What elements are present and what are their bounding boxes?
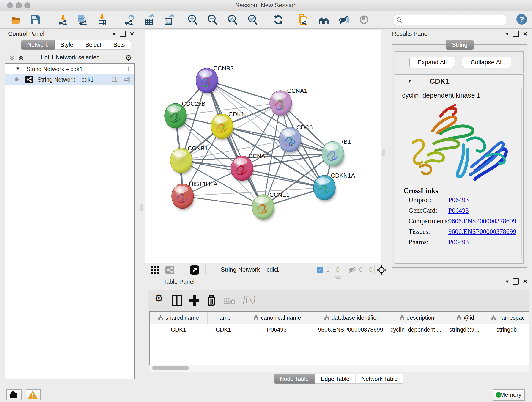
network-row[interactable]: String Network – cdk1 11 48 (6, 74, 134, 85)
crosslink-link[interactable]: 9606.ENSP00000378699 (448, 228, 516, 235)
network-node-cdc25b[interactable]: CDC25B (165, 100, 206, 130)
search-input[interactable] (394, 15, 506, 25)
table-settings-gear-icon[interactable]: ⚙ (154, 292, 163, 304)
zoom-in-icon[interactable] (187, 14, 198, 26)
crosslink-link[interactable]: P06493 (448, 207, 469, 214)
memory-button[interactable]: Memory (493, 389, 525, 401)
import-network-database-icon[interactable] (76, 14, 88, 26)
cloud-button[interactable] (6, 389, 22, 400)
toolbar-separator (268, 13, 268, 26)
column-header-label: shared name (165, 314, 199, 321)
import-network-file-icon[interactable] (57, 14, 68, 26)
panel-close-icon[interactable]: ✕ (523, 279, 527, 284)
network-edge[interactable] (207, 80, 263, 207)
tab-edge-table[interactable]: Edge Table (315, 374, 355, 384)
network-node-ccna1[interactable]: CCNA1 (270, 87, 307, 117)
help-button[interactable]: ? (516, 14, 527, 25)
results-panel-title: Results Panel (392, 30, 429, 37)
table-cell[interactable]: 9606.ENSP00000378699 (314, 324, 387, 336)
eye-disabled-icon[interactable] (358, 14, 370, 26)
results-panel: Results Panel ▾ ✕ String Expand All Coll… (390, 30, 529, 272)
selected-checkbox-icon[interactable]: ✓ (317, 267, 323, 273)
export-network-icon[interactable] (124, 14, 135, 26)
show-hide-graphics-icon[interactable] (338, 14, 350, 26)
table-cell[interactable]: CDK1 (207, 324, 239, 336)
clone-network-icon[interactable] (298, 14, 309, 26)
tab-node-table[interactable]: Node Table (273, 374, 315, 384)
column-header-name[interactable]: name (208, 312, 240, 324)
panel-collapse-icon[interactable]: ▾ (506, 279, 509, 284)
tab-network[interactable]: Network (21, 40, 55, 50)
table-cell[interactable]: CDK1 (150, 324, 207, 336)
panel-close-icon[interactable]: ✕ (130, 31, 134, 37)
zoom-selected-icon[interactable] (247, 14, 259, 26)
expand-all-button[interactable]: Expand All (409, 57, 455, 68)
open-session-icon[interactable] (11, 14, 22, 26)
table-cell[interactable]: cyclin–dependent ... (387, 324, 445, 336)
show-columns-icon[interactable] (171, 294, 182, 306)
table-cell[interactable]: P06493 (239, 324, 314, 336)
network-node-label: RB1 (339, 138, 351, 145)
column-header-shared-name[interactable]: shared name (150, 312, 208, 324)
tab-style[interactable]: Style (55, 40, 80, 50)
gene-collapse-icon[interactable]: ▼ (407, 78, 412, 84)
export-table-icon[interactable] (143, 14, 155, 26)
network-status-dot (15, 77, 19, 81)
network-share-view-icon[interactable] (165, 266, 174, 274)
table-cell[interactable]: stringdb (484, 324, 529, 336)
column-header-@id[interactable]: @id (446, 312, 485, 324)
network-edge[interactable] (183, 196, 263, 207)
zoom-fit-icon[interactable] (227, 14, 238, 26)
network-overview-icon[interactable] (318, 14, 329, 26)
collapse-all-button[interactable]: Collapse All (462, 57, 511, 68)
network-canvas[interactable]: CCNB2CCNA1CDC25BCDK1CDC6RB1CCNB1CCNA2CDK… (145, 30, 381, 263)
left-splitter-handle[interactable] (140, 204, 143, 211)
network-node-ccnb2[interactable]: CCNB2 (196, 65, 234, 95)
column-header-namespac[interactable]: namespac (485, 312, 529, 324)
panel-collapse-icon[interactable]: ▾ (113, 31, 115, 37)
tab-sets[interactable]: Sets (108, 40, 131, 50)
delete-column-icon[interactable] (206, 294, 216, 306)
save-session-icon[interactable] (29, 14, 41, 26)
network-collection-row[interactable]: ▼ String Network – cdk1 1 (6, 64, 134, 74)
column-header-canonical-name[interactable]: canonical name (240, 312, 315, 324)
panel-float-icon[interactable] (513, 31, 519, 37)
panel-collapse-icon[interactable]: ▾ (506, 31, 509, 37)
network-node-cdkn1a[interactable]: CDKN1A (313, 172, 355, 202)
tab-select[interactable]: Select (79, 40, 107, 50)
column-header-description[interactable]: description (388, 312, 446, 324)
tree-expand-icon[interactable]: ▼ (16, 66, 20, 71)
delete-table-icon[interactable] (224, 297, 235, 305)
function-builder-icon[interactable]: f(x) (243, 294, 256, 304)
fit-crosshair-icon[interactable] (377, 265, 386, 275)
control-panel-title: Control Panel (8, 30, 44, 37)
crosslink-link[interactable]: 9606.ENSP00000378699 (448, 217, 516, 225)
birds-eye-view-icon[interactable] (190, 265, 199, 274)
table-row[interactable]: CDK1CDK1P064939606.ENSP00000378699cyclin… (150, 324, 529, 336)
export-image-icon[interactable] (163, 14, 175, 26)
add-column-icon[interactable] (189, 294, 200, 306)
tab-network-table[interactable]: Network Table (355, 374, 404, 384)
network-node-rb1[interactable]: RB1 (322, 138, 351, 168)
refresh-view-icon[interactable] (273, 14, 284, 26)
crosslink-link[interactable]: P06493 (448, 196, 469, 204)
column-header-database-identifier[interactable]: database identifier (315, 312, 388, 324)
network-icon (25, 76, 33, 83)
network-options-gear-icon[interactable]: ⚙ (125, 53, 132, 62)
import-table-file-icon[interactable] (96, 14, 108, 26)
table-cell[interactable]: stringdb:9... (445, 324, 484, 336)
panel-float-icon[interactable] (120, 31, 126, 37)
tab-string[interactable]: String (446, 40, 474, 50)
grid-view-icon[interactable] (151, 266, 159, 274)
crosslink-link[interactable]: P06493 (448, 238, 469, 246)
horizontal-scrollbar[interactable] (149, 365, 529, 372)
zoom-out-icon[interactable] (207, 14, 218, 26)
panel-close-icon[interactable]: ✕ (523, 31, 527, 37)
network-node-label: CCNE1 (269, 191, 290, 198)
scrollbar-thumb[interactable] (152, 366, 189, 370)
crosslink-label: Compartments: (409, 217, 450, 225)
panel-float-icon[interactable] (513, 278, 519, 285)
hidden-eye-icon[interactable] (348, 266, 356, 274)
right-splitter-handle[interactable] (382, 149, 385, 156)
warnings-button[interactable] (26, 389, 41, 400)
